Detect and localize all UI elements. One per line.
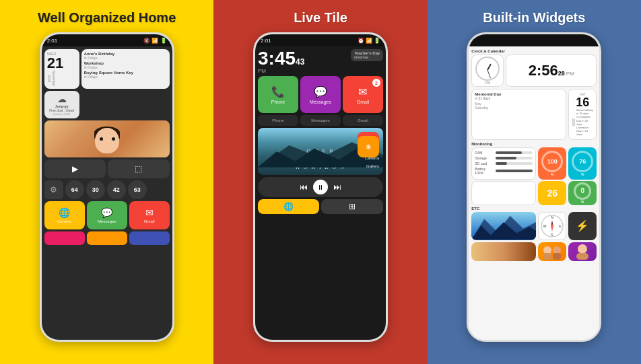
p3-time-display: 2:56 28 PM	[529, 63, 574, 78]
p3-monitor-grid: RAM Storage	[471, 147, 597, 180]
p1-day-num: 21	[47, 56, 77, 71]
prev-button[interactable]: ⏮	[300, 182, 308, 192]
p1-settings-icon[interactable]: ⚙	[44, 180, 63, 199]
p2-tile-gmail[interactable]: ✉ Gmail 2	[343, 76, 383, 113]
p2-big-time: 3:4543	[258, 49, 304, 68]
p2-pm: PM	[258, 68, 304, 74]
p3-memorial-days: in 21 days	[475, 96, 563, 100]
p3-landscape-tile	[471, 212, 536, 240]
p1-year: 2018	[47, 75, 51, 82]
p3-battery-track	[496, 170, 533, 172]
gmail-badge: 2	[372, 79, 380, 87]
app-chrome[interactable]: 🌐 Chrome	[44, 201, 85, 229]
pause-button[interactable]: ⏸	[313, 180, 328, 194]
compass-svg: N S W E	[540, 214, 564, 238]
p1-circle-42: 42	[107, 180, 126, 199]
phone-1: 2:01 🔇 📶 🔋 WED 21 2018 November	[40, 32, 174, 342]
p3-circle-0-val: 0	[574, 182, 591, 200]
p3-saturday-label: Saturday	[475, 106, 563, 110]
p1-photo-face	[44, 120, 170, 157]
p3-monitoring-section: Monitoring RAM Storage	[471, 142, 597, 205]
p2-content: 3:4543 PM Teacher's Day tomorrow 📞 Phone	[255, 46, 386, 340]
flash-icon: ⚡	[576, 219, 589, 232]
p1-weather-row: ☁ Jung-gu Fine dust : Good Updated 11/21	[44, 91, 170, 118]
clock-minute-hand	[487, 70, 491, 79]
p1-content: WED 21 2018 November Anne's Birthday in …	[42, 46, 172, 340]
p3-etc-grid: N S W E ⚡	[471, 212, 597, 240]
p3-photos-row	[471, 242, 597, 261]
p3-digital-clock: 2:56 28 PM	[506, 54, 597, 87]
p1-play-btn[interactable]: ▶	[44, 159, 106, 178]
panel-live-tile: Live Tile 2:01 ⏰ 📶 🔋 3:4543 PM Teacher's…	[213, 0, 427, 364]
p2-top-area: 3:4543 PM Teacher's Day tomorrow	[258, 49, 383, 74]
p3-may-saturday: May Saturday	[475, 102, 563, 110]
messages-icon-2: 💬	[314, 85, 327, 98]
p2-grid-btn[interactable]: ⊞	[321, 199, 383, 214]
p2-statusbar-icons: ⏰ 📶 🔋	[358, 38, 380, 44]
p2-tile-phone[interactable]: 📞 Phone	[258, 76, 298, 113]
p3-photo-tile	[471, 242, 536, 261]
p2-tile-grid: 📞 Phone 💬 Messages ✉ Gmail 2	[258, 76, 383, 113]
statusbar-time: 2:01	[47, 38, 58, 44]
p3-circle-26: 26	[538, 181, 566, 205]
p2-sublabels: Phone Messages Gmail	[258, 115, 383, 126]
p2-event-sub: tomorrow	[354, 55, 380, 59]
gmail-label: Gmail	[144, 219, 155, 223]
child-skin	[95, 128, 119, 153]
gmail-icon-2: ✉	[358, 85, 367, 98]
p1-cal-item-3: Buying Square Home Key in 9 days	[84, 71, 167, 79]
p3-photo-tile-2	[538, 242, 566, 261]
phone-icon: 📞	[271, 85, 285, 98]
p2-chrome-btn[interactable]: 🌐	[258, 199, 320, 214]
p3-photo-tile-3	[568, 242, 597, 261]
p3-ram-label: RAM	[475, 151, 494, 155]
panel-2-title: Live Tile	[294, 9, 347, 26]
p3-memorial-date: SAT 16 2020 Memorial Day in 21 days Cons…	[568, 89, 597, 140]
p1-media-row: ▶ ⬚	[44, 159, 170, 178]
p3-content: Clock & Calendar PM 2:56	[469, 46, 599, 340]
p3-flash-tile[interactable]: ⚡	[568, 212, 597, 240]
svg-rect-17	[576, 253, 588, 260]
p2-phone-label: Phone	[271, 100, 285, 104]
panel-3-title: Built-in Widgets	[483, 9, 585, 26]
p2-big-time-sub: 43	[296, 57, 304, 67]
phone-2-screen: 3:4543 PM Teacher's Day tomorrow 📞 Phone	[255, 46, 386, 340]
app-messages[interactable]: 💬 Messages	[87, 201, 127, 229]
p1-circle-30: 30	[86, 180, 105, 199]
p3-digital-pm: PM	[566, 71, 574, 77]
p3-analog-clock: PM	[471, 54, 504, 87]
p2-tile-messages[interactable]: 💬 Messages	[300, 76, 341, 113]
svg-point-16	[578, 244, 587, 254]
p3-storage-track	[496, 157, 533, 159]
p2-gmail-sub: Gmail	[343, 115, 383, 126]
person-svg	[568, 242, 597, 261]
svg-text:W: W	[543, 224, 547, 228]
p3-vertical-year: 2020	[572, 118, 576, 126]
phone-2: 2:01 ⏰ 📶 🔋 3:4543 PM Teacher's Day tomor…	[253, 32, 388, 342]
panel-well-organized: Well Organized Home 2:01 🔇 📶 🔋 WED 21 20…	[0, 0, 213, 364]
gear-icon: ⚙	[50, 185, 57, 194]
p3-storage-fill	[496, 157, 516, 159]
p1-calendar-widget: Anne's Birthday in 2 days Workshop in 8 …	[81, 49, 170, 89]
next-button[interactable]: ⏭	[333, 182, 341, 192]
phone-1-screen: WED 21 2018 November Anne's Birthday in …	[42, 46, 172, 340]
p3-circle-76: 76 %	[568, 147, 597, 180]
p2-statusbar-time: 2:01	[261, 38, 271, 44]
svg-text:E: E	[560, 224, 562, 228]
p3-ram-fill	[496, 151, 522, 154]
p1-tile-1	[44, 231, 85, 245]
p1-date-widget: WED 21 2018 November	[44, 49, 79, 89]
p3-bars-widget: RAM Storage	[471, 147, 536, 180]
p2-media-controls: ⏮ ⏸ ⏭	[258, 177, 383, 197]
p1-fav-btn[interactable]: ⬚	[108, 159, 170, 178]
svg-rect-15	[553, 253, 561, 260]
p3-etc-label: ETC	[471, 207, 597, 211]
panel-builtin-widgets: Built-in Widgets Clock & Calendar PM	[428, 0, 641, 364]
app-gmail[interactable]: ✉ Gmail	[129, 201, 170, 229]
messages-label: Messages	[98, 219, 116, 223]
p2-gallery-tile[interactable]: ❋	[358, 136, 379, 157]
p2-phone-sub: Phone	[258, 115, 298, 126]
phone-3-screen: Clock & Calendar PM 2:56	[469, 46, 599, 340]
p1-updated: Updated 11/21	[47, 112, 77, 116]
p3-storage-label: Storage	[475, 156, 494, 160]
